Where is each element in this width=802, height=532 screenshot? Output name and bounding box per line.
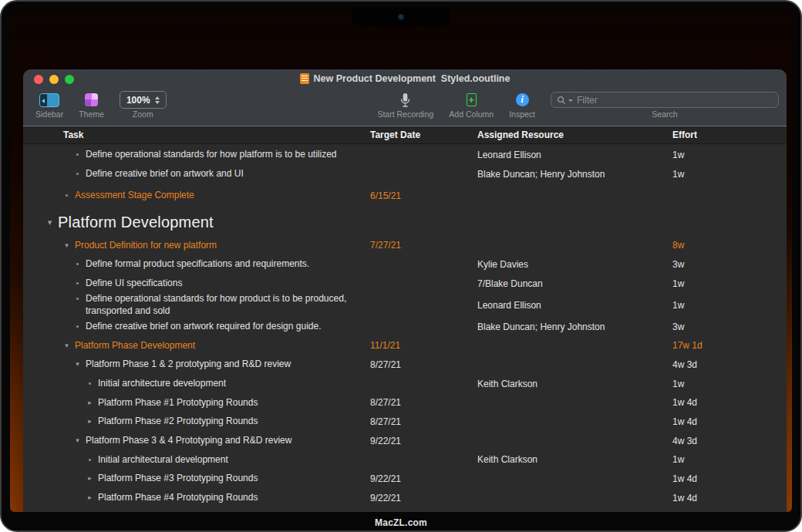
disclosure-triangle-icon[interactable]: ▾ (72, 435, 83, 446)
target-date-cell: 8/27/21 (370, 416, 477, 427)
disclosure-triangle-icon[interactable]: ▾ (72, 359, 83, 369)
zoom-stepper[interactable]: 100% (120, 91, 167, 109)
assigned-resource-cell: Leonard Ellison (477, 150, 672, 160)
zoom-window-button[interactable] (65, 75, 74, 84)
outline-row[interactable]: • Define creative brief on artwork requi… (23, 317, 787, 336)
task-text: Define formal product specifications and… (86, 258, 309, 271)
minimize-button[interactable] (49, 75, 59, 84)
brand-watermark: MacZL.com (2, 517, 800, 528)
sidebar-button[interactable]: Sidebar (35, 92, 63, 119)
outline-row[interactable]: ▾ Platform Phase 3 & 4 Prototyping and R… (23, 431, 787, 450)
task-text: Platform Phase #3 Prototyping Rounds (98, 473, 258, 485)
filter-search-field[interactable] (551, 92, 779, 108)
traffic-lights (34, 75, 74, 84)
disclosure-triangle-icon[interactable]: ▸ (85, 473, 95, 483)
close-button[interactable] (34, 75, 43, 84)
target-date-cell: 11/1/21 (370, 340, 477, 351)
add-column-button[interactable]: + Add Column (449, 92, 494, 119)
outline-row[interactable]: • Define UI specifications 7/Blake Dunca… (23, 274, 787, 293)
task-text: Platform Phase #1 Prototyping Rounds (98, 397, 258, 409)
target-date-cell: 7/27/21 (370, 240, 477, 251)
omnioutliner-window: New Product Development Styled.ooutline … (23, 69, 787, 512)
outline-row[interactable]: ▸ Platform Phase #2 Prototyping Rounds 8… (23, 412, 787, 432)
effort-cell: 1w (672, 379, 787, 389)
effort-cell: 17w 1d (672, 340, 787, 351)
add-column-label: Add Column (449, 110, 494, 119)
outline-row[interactable]: • Assessment Stage Complete 6/15/21 (23, 186, 787, 205)
search-control: Search (551, 92, 779, 119)
outline-row[interactable]: • Define formal product specifications a… (23, 255, 787, 274)
toolbar: Sidebar Theme 100% Zoom (23, 89, 787, 126)
outline-row[interactable]: • Initial architecture development Keith… (23, 374, 787, 393)
task-text: Define operational standards for how pla… (86, 149, 337, 161)
start-recording-button[interactable]: Start Recording (377, 92, 433, 119)
effort-cell: 1w 4d (672, 397, 787, 408)
disclosure-triangle-icon[interactable]: ▾ (72, 511, 83, 512)
column-header-target-date[interactable]: Target Date (370, 130, 477, 140)
assigned-resource-cell: Leonard Ellison (477, 300, 672, 311)
disclosure-triangle-icon[interactable]: ▸ (85, 416, 95, 426)
zoom-control[interactable]: 100% Zoom (120, 92, 167, 119)
task-text: Assessment Stage Complete (75, 190, 194, 202)
disclosure-triangle-icon[interactable]: ▸ (85, 492, 95, 503)
effort-cell: 4w 3d (672, 436, 787, 446)
outline-row[interactable]: ▾ Platform Development (23, 208, 787, 236)
bullet-icon[interactable]: • (72, 258, 83, 271)
outline-row[interactable]: ▸ Platform Phase #4 Prototyping Rounds 9… (23, 489, 787, 508)
bullet-icon[interactable]: • (72, 278, 83, 290)
effort-cell: 1w (672, 454, 787, 465)
disclosure-triangle-icon[interactable]: ▾ (62, 340, 72, 351)
task-text: Initial architecture development (98, 378, 226, 390)
bullet-icon[interactable]: • (62, 190, 72, 202)
task-text: Product Definition for new platform (75, 240, 217, 252)
effort-cell: 3w (672, 259, 787, 270)
outline-rows: • Define operational standards for how p… (23, 144, 787, 512)
outline-row[interactable]: ▾ Platform Phase 5 & 6 Prototyping and R… (23, 507, 787, 512)
effort-cell: 1w 4d (672, 416, 787, 427)
task-text: Platform Phase Development (75, 340, 195, 352)
task-text: Initial architectural development (98, 454, 228, 466)
disclosure-triangle-icon[interactable]: ▾ (45, 212, 55, 229)
outline-row[interactable]: ▾ Platform Phase 1 & 2 prototyping and R… (23, 355, 787, 375)
bullet-icon[interactable]: • (85, 454, 95, 466)
window-titlebar[interactable]: New Product Development Styled.ooutline (23, 69, 787, 89)
assigned-resource-cell: Keith Clarkson (477, 379, 672, 389)
task-text: Define operational standards for how pro… (86, 293, 367, 317)
column-header-effort[interactable]: Effort (672, 130, 787, 140)
outline-row[interactable]: • Define operational standards for how p… (23, 293, 787, 317)
filter-input[interactable] (575, 94, 773, 106)
outline-row[interactable]: • Initial architectural development Keit… (23, 450, 787, 470)
outline-row[interactable]: ▸ Platform Phase #3 Prototyping Rounds 9… (23, 470, 787, 489)
theme-button-label: Theme (79, 110, 104, 119)
assigned-resource-cell: Kylie Davies (477, 259, 672, 270)
column-header-assigned-resource[interactable]: Assigned Resource (477, 130, 672, 140)
column-header-task[interactable]: Task (23, 130, 370, 140)
bullet-icon[interactable]: • (72, 321, 83, 333)
inspect-button[interactable]: i Inspect (509, 92, 535, 119)
outline-row[interactable]: ▸ Platform Phase #1 Prototyping Rounds 8… (23, 393, 787, 412)
toolbar-right: Start Recording + Add Column i Inspect (377, 92, 782, 119)
bullet-icon[interactable]: • (72, 168, 83, 180)
theme-icon (85, 93, 98, 106)
effort-cell: 4w 3d (672, 359, 787, 370)
assigned-resource-cell: Blake Duncan; Henry Johnston (477, 322, 672, 332)
outline-row[interactable]: ▾ Platform Phase Development 11/1/21 17w… (23, 336, 787, 355)
outline-row[interactable]: ▾ Product Definition for new platform 7/… (23, 236, 787, 255)
effort-cell: 1w (672, 169, 787, 180)
effort-cell: 1w (672, 150, 787, 160)
bullet-icon[interactable]: • (72, 149, 83, 161)
chevron-down-icon[interactable] (568, 99, 573, 102)
outline-row[interactable]: • Define creative brief on artwork and U… (23, 165, 787, 184)
outline-row[interactable]: • Define operational standards for how p… (23, 146, 787, 165)
laptop-frame: New Product Development Styled.ooutline … (0, 0, 802, 532)
disclosure-triangle-icon[interactable]: ▾ (62, 240, 72, 251)
theme-button[interactable]: Theme (79, 92, 104, 119)
task-text: Define UI specifications (86, 278, 182, 290)
stepper-arrows-icon[interactable] (155, 96, 160, 104)
effort-cell: 1w (672, 300, 787, 311)
disclosure-triangle-icon[interactable]: ▸ (85, 397, 95, 408)
bullet-icon[interactable]: • (85, 378, 95, 390)
bullet-icon[interactable]: • (72, 293, 83, 305)
task-text: Platform Phase #4 Prototyping Rounds (98, 492, 258, 504)
task-text: Platform Phase 5 & 6 Prototyping and R&D… (86, 511, 291, 512)
